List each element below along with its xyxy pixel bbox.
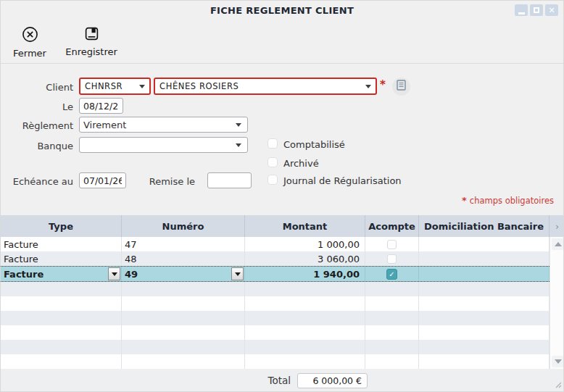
grid-body: Facture 47 1 000,00 Facture 48 3 060,00 … [1, 237, 550, 369]
table-row-selected[interactable]: Facture 49 1 940,00 ✓ [1, 266, 550, 282]
enregistrer-button[interactable]: Enregistrer [62, 26, 121, 57]
document-list-icon [397, 80, 406, 93]
client-label: Client [1, 82, 73, 93]
cell-domiciliation[interactable] [419, 237, 550, 251]
acompte-checkbox-checked[interactable]: ✓ [386, 269, 397, 280]
column-header-type[interactable]: Type [1, 215, 122, 237]
cell-domiciliation[interactable] [419, 251, 550, 266]
minimize-button[interactable] [515, 4, 528, 16]
chevron-down-icon [365, 85, 371, 88]
chevron-down-icon [235, 272, 241, 276]
column-header-numero[interactable]: Numéro [122, 215, 245, 237]
cell-numero[interactable]: 47 [122, 237, 245, 251]
resize-grip[interactable] [554, 378, 562, 391]
cell-acompte: ✓ [365, 267, 419, 281]
empty-row[interactable] [1, 296, 550, 311]
archive-checkbox[interactable] [268, 157, 278, 167]
close-window-button[interactable]: ✕ [545, 4, 558, 16]
floppy-disk-icon [84, 26, 99, 41]
remise-label: Remise le [123, 176, 195, 187]
cell-domiciliation[interactable] [419, 267, 550, 281]
cell-type[interactable]: Facture [1, 251, 122, 266]
close-icon: ✕ [548, 7, 555, 14]
le-date-input[interactable] [79, 98, 123, 114]
toolbar: Fermer Enregistrer [1, 21, 563, 64]
cell-montant[interactable]: 1 000,00 [245, 237, 365, 251]
vertical-scrollbar[interactable] [550, 237, 564, 369]
chevron-down-icon [236, 123, 241, 127]
column-header-domiciliation[interactable]: Domiciliation Bancaire [419, 215, 550, 237]
table-row[interactable]: Facture 48 3 060,00 [1, 251, 550, 266]
reglement-label: Règlement [1, 120, 73, 131]
cell-numero[interactable]: 49 [122, 267, 245, 281]
total-amount-input[interactable] [297, 373, 368, 388]
echeance-label: Echéance au [1, 176, 73, 187]
maximize-button[interactable] [530, 4, 543, 16]
cell-type[interactable]: Facture [1, 237, 122, 251]
chevron-down-icon [236, 143, 241, 147]
circle-x-icon [22, 26, 38, 43]
required-fields-note: *champs obligatoires [462, 195, 554, 206]
column-header-montant[interactable]: Montant [245, 215, 365, 237]
total-label: Total [247, 375, 291, 386]
scroll-up-button[interactable] [552, 238, 564, 250]
journal-regularisation-checkbox[interactable] [268, 175, 278, 185]
cell-type[interactable]: Facture [1, 267, 122, 281]
client-required-marker: * [380, 78, 386, 91]
cell-montant[interactable]: 1 940,00 [245, 267, 365, 281]
cell-acompte [365, 251, 419, 266]
remise-date-input[interactable] [207, 172, 252, 188]
empty-row[interactable] [1, 282, 550, 296]
cell-type-value: Facture [4, 269, 43, 280]
required-asterisk-icon: * [462, 195, 467, 206]
client-name-combo[interactable]: CHÊNES ROSIERS [154, 78, 377, 95]
empty-row[interactable] [1, 354, 550, 369]
cell-acompte [365, 237, 419, 251]
cell-numero[interactable]: 48 [122, 251, 245, 266]
client-lookup-button[interactable] [392, 78, 410, 96]
type-dropdown-button[interactable] [108, 267, 120, 280]
grid-header: Type Numéro Montant Acompte Domiciliatio… [1, 215, 564, 237]
page-title: FICHE REGLEMENT CLIENT [1, 5, 563, 16]
acompte-checkbox[interactable] [387, 240, 397, 249]
scroll-down-button[interactable] [552, 356, 564, 367]
table-row[interactable]: Facture 47 1 000,00 [1, 237, 550, 251]
title-bar: FICHE REGLEMENT CLIENT ✕ [1, 1, 563, 21]
le-label: Le [1, 101, 73, 112]
column-header-acompte[interactable]: Acompte [365, 215, 419, 237]
dialog-fiche-reglement-client: FICHE REGLEMENT CLIENT ✕ Fermer Enregist… [0, 0, 564, 392]
cell-numero-value: 49 [125, 269, 138, 280]
minimize-icon [518, 12, 525, 14]
acompte-checkbox[interactable] [387, 254, 397, 264]
banque-select[interactable] [79, 137, 248, 153]
footer-bar: Total [1, 369, 563, 392]
client-name-value: CHÊNES ROSIERS [159, 81, 239, 91]
client-code-combo[interactable]: CHNRSR [79, 78, 151, 95]
comptabilise-label: Comptabilisé [283, 139, 345, 150]
triangle-up-icon [555, 242, 562, 246]
reglement-value: Virement [83, 120, 126, 130]
cell-montant[interactable]: 3 060,00 [245, 251, 365, 266]
archive-label: Archivé [283, 158, 319, 169]
chevron-down-icon [139, 85, 145, 88]
echeance-date-input[interactable] [79, 172, 126, 188]
numero-dropdown-button[interactable] [231, 267, 244, 280]
comptabilise-checkbox[interactable] [268, 138, 278, 149]
reglement-select[interactable]: Virement [79, 117, 248, 133]
maximize-icon [534, 7, 539, 13]
grid-corner-chevron-icon[interactable]: › [550, 215, 564, 237]
required-note-text: champs obligatoires [470, 196, 554, 206]
client-code-value: CHNRSR [85, 81, 123, 91]
empty-row[interactable] [1, 325, 550, 340]
enregistrer-label: Enregistrer [65, 46, 117, 57]
empty-row[interactable] [1, 311, 550, 325]
banque-label: Banque [1, 141, 73, 151]
journal-regularisation-label: Journal de Régularisation [283, 175, 402, 186]
empty-row[interactable] [1, 340, 550, 354]
chevron-down-icon [112, 272, 117, 276]
fermer-label: Fermer [13, 48, 46, 59]
fermer-button[interactable]: Fermer [11, 26, 49, 59]
window-controls: ✕ [515, 4, 558, 16]
triangle-down-icon [555, 359, 562, 364]
